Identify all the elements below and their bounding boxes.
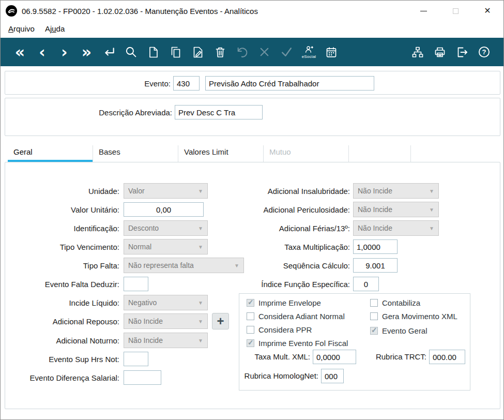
undo-button[interactable] bbox=[231, 40, 253, 64]
evento-label: Evento: bbox=[5, 76, 171, 92]
taxa-multiplicacao-label: Taxa Multiplicação: bbox=[202, 239, 350, 255]
previous-record-icon: ‹ bbox=[39, 44, 45, 60]
descricao-row: Descrição Abreviada: bbox=[5, 104, 500, 121]
exit-button[interactable] bbox=[451, 40, 473, 64]
adicional-insalubridade-label: Adicional Insalubridade: bbox=[202, 183, 350, 199]
cancel-button[interactable] bbox=[253, 40, 276, 64]
add-button[interactable]: + bbox=[212, 313, 229, 329]
structure-tree-button[interactable] bbox=[406, 40, 429, 64]
checkbox-considera-ppr[interactable]: Considera PPR bbox=[247, 325, 312, 334]
title-bar: 06.9.5582 - FP0020 - 1.02.02.036 - Manut… bbox=[1, 1, 503, 21]
delete-button[interactable] bbox=[209, 40, 231, 64]
exit-icon bbox=[456, 46, 468, 58]
rubrica-trct-input[interactable] bbox=[429, 350, 465, 364]
enter-icon bbox=[102, 46, 116, 59]
menu-ajuda[interactable]: Ajuda bbox=[40, 22, 70, 35]
edit-document-button[interactable] bbox=[187, 40, 209, 64]
checkbox-label: Contabiliza bbox=[382, 298, 420, 307]
first-record-button[interactable]: « bbox=[9, 40, 31, 64]
help-button[interactable]: ? bbox=[473, 40, 495, 64]
evento-sup-hrs-not-input[interactable] bbox=[124, 352, 148, 366]
maximize-icon bbox=[453, 8, 459, 14]
checkbox-evento-geral[interactable]: Evento Geral bbox=[370, 326, 427, 335]
tab-mutuo-label: Mutuo bbox=[269, 147, 291, 156]
taxa-multiplicacao-input[interactable] bbox=[353, 239, 398, 254]
undo-icon bbox=[236, 46, 249, 58]
window-controls: ✕ bbox=[407, 1, 503, 21]
last-record-button[interactable]: » bbox=[75, 40, 98, 64]
calendar-button[interactable] bbox=[320, 40, 342, 64]
adicional-insalubridade-select[interactable]: Não Incide▼ bbox=[353, 183, 439, 199]
tab-bases[interactable]: Bases bbox=[93, 145, 178, 162]
help-icon: ? bbox=[478, 46, 491, 58]
field-taxa-multiplicacao: Taxa Multiplicação: bbox=[5, 239, 500, 255]
checkbox-label: Considera Adiant Normal bbox=[258, 312, 345, 321]
menu-arquivo[interactable]: Arquivo bbox=[3, 22, 40, 35]
incide-liquido-select[interactable]: Negativo▼ bbox=[124, 295, 208, 310]
checkbox-imprime-evento-fol-fiscal[interactable]: Imprime Evento Fol Fiscal bbox=[247, 338, 348, 348]
ok-button[interactable] bbox=[276, 40, 298, 64]
trash-icon bbox=[214, 46, 226, 58]
evento-panel: Evento: bbox=[5, 71, 500, 95]
adicional-noturno-select[interactable]: Não Incide▼ bbox=[124, 333, 208, 348]
adicional-insalubridade-value: Não Incide bbox=[358, 187, 392, 195]
checkbox-label: Evento Geral bbox=[382, 326, 427, 335]
taxa-mult-xml-input[interactable] bbox=[313, 350, 356, 364]
field-adicional-periculosidade: Adicional Periculosidade: Não Incide▼ bbox=[5, 202, 500, 218]
plus-icon: + bbox=[217, 314, 224, 328]
esocial-label: eSocial bbox=[302, 54, 316, 59]
tab-geral-label: Geral bbox=[13, 147, 33, 156]
checkbox-box bbox=[370, 312, 378, 320]
chevron-down-icon: ▼ bbox=[198, 300, 203, 306]
previous-record-button[interactable]: ‹ bbox=[31, 40, 53, 64]
rubrica-homolognet-label: Rubrica HomologNet: bbox=[239, 368, 318, 384]
adicional-repouso-select[interactable]: Não Incide▼ bbox=[124, 313, 208, 329]
chevron-down-icon: ▼ bbox=[429, 188, 434, 194]
checkbox-label: Gera Movimento XML bbox=[382, 312, 457, 321]
indice-funcao-especifica-input[interactable] bbox=[353, 277, 379, 291]
copy-document-button[interactable] bbox=[164, 40, 187, 64]
tab-geral[interactable]: Geral bbox=[8, 145, 93, 162]
tab-valores-limit-label: Valores Limit bbox=[184, 147, 228, 156]
print-button[interactable] bbox=[429, 40, 451, 64]
checkbox-contabiliza[interactable]: Contabiliza bbox=[370, 298, 420, 307]
incide-liquido-value: Negativo bbox=[128, 298, 157, 307]
rubrica-homolognet-input[interactable] bbox=[321, 369, 344, 383]
field-adicional-insalubridade: Adicional Insalubridade: Não Incide▼ bbox=[5, 183, 500, 199]
tab-mutuo[interactable]: Mutuo bbox=[264, 145, 349, 162]
checkbox-gera-movimento-xml[interactable]: Gera Movimento XML bbox=[370, 311, 457, 321]
checkbox-box bbox=[247, 339, 254, 347]
descricao-abreviada-input[interactable] bbox=[175, 105, 263, 119]
indice-funcao-especifica-label: Índice Função Específica: bbox=[202, 276, 350, 292]
adicional-ferias-13-select[interactable]: Não Incide▼ bbox=[353, 220, 439, 236]
tab-bases-label: Bases bbox=[99, 147, 120, 156]
evento-diferenca-salarial-input[interactable] bbox=[124, 370, 161, 385]
evento-description-input[interactable] bbox=[205, 76, 374, 91]
opcoes-groupbox: Imprime Envelope Considera Adiant Normal… bbox=[239, 293, 470, 391]
sequencia-calculo-input[interactable] bbox=[353, 258, 398, 273]
next-record-button[interactable]: › bbox=[53, 40, 75, 64]
new-document-button[interactable] bbox=[142, 40, 164, 64]
copy-document-icon bbox=[170, 46, 182, 58]
minimize-button[interactable] bbox=[407, 1, 439, 21]
checkbox-imprime-envelope[interactable]: Imprime Envelope bbox=[247, 298, 321, 307]
checkbox-considera-adiant-normal[interactable]: Considera Adiant Normal bbox=[247, 311, 345, 321]
esocial-button[interactable]: eSocial bbox=[298, 40, 320, 64]
search-button[interactable] bbox=[120, 40, 142, 64]
enter-button[interactable] bbox=[98, 40, 120, 64]
svg-text:?: ? bbox=[482, 48, 486, 56]
check-icon bbox=[280, 46, 293, 58]
app-logo-icon bbox=[6, 5, 17, 17]
checkbox-box bbox=[370, 327, 378, 335]
close-icon: ✕ bbox=[484, 7, 491, 15]
last-record-icon: » bbox=[82, 44, 91, 60]
tab-valores-limit[interactable]: Valores Limit bbox=[178, 145, 264, 162]
geral-tab-content: Unidade: Valor▼ Valor Unitário: Identifi… bbox=[5, 162, 500, 409]
edit-document-icon bbox=[192, 46, 204, 58]
evento-code-input[interactable] bbox=[173, 76, 200, 91]
close-button[interactable]: ✕ bbox=[471, 1, 503, 21]
maximize-button[interactable] bbox=[439, 1, 471, 21]
adicional-periculosidade-select[interactable]: Não Incide▼ bbox=[353, 202, 439, 217]
minimize-icon bbox=[420, 11, 427, 11]
descricao-abreviada-label: Descrição Abreviada: bbox=[5, 104, 172, 121]
